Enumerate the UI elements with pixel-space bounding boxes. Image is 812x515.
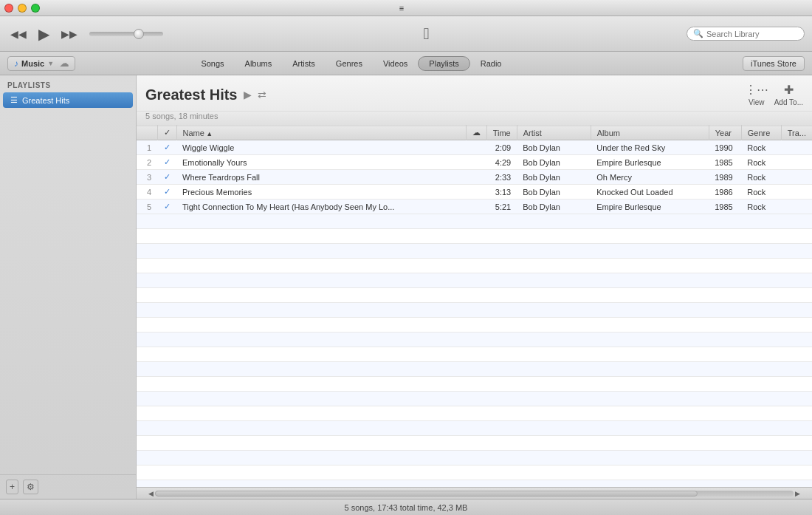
- playlist-header: Greatest Hits ▶ ⇄ ⋮⋯ View ✚ Add To...: [137, 75, 812, 112]
- table-row[interactable]: 1 ✓ Wiggle Wiggle 2:09 Bob Dylan Under t…: [137, 140, 812, 155]
- table-row[interactable]: 5 ✓ Tight Connection To My Heart (Has An…: [137, 199, 812, 214]
- progress-thumb[interactable]: [134, 29, 144, 39]
- playlist-shuffle-button[interactable]: ⇄: [258, 89, 266, 100]
- tab-albums[interactable]: Albums: [235, 57, 283, 70]
- scroll-left-button[interactable]: ◀: [147, 490, 155, 497]
- td-album: Oh Mercy: [591, 170, 709, 185]
- play-button[interactable]: ▶: [35, 24, 52, 44]
- empty-row: [137, 421, 812, 436]
- empty-row: [137, 288, 812, 303]
- playlist-title: Greatest Hits: [145, 86, 238, 103]
- td-cloud: [466, 199, 486, 214]
- td-time: 5:21: [486, 199, 517, 214]
- th-track[interactable]: Tra...: [781, 126, 812, 140]
- empty-row: [137, 451, 812, 465]
- tab-radio[interactable]: Radio: [470, 57, 512, 70]
- cloud-icon: ☁: [60, 58, 69, 69]
- maximize-button[interactable]: [31, 4, 40, 13]
- track-table[interactable]: ✓ Name ☁ Time Artist Album Year Genre Tr…: [137, 125, 812, 487]
- td-num: 2: [137, 155, 157, 170]
- empty-row: [137, 259, 812, 273]
- td-track: [781, 199, 812, 214]
- title-menu: ≡: [399, 4, 404, 13]
- transport-bar: ◀◀ ▶ ▶▶  🔍: [0, 16, 812, 52]
- minimize-button[interactable]: [18, 4, 27, 13]
- empty-row: [137, 392, 812, 406]
- th-cloud[interactable]: ☁: [466, 126, 486, 140]
- add-to-button[interactable]: ✚ Add To...: [774, 83, 803, 106]
- th-year[interactable]: Year: [709, 126, 741, 140]
- view-button[interactable]: ⋮⋯ View: [745, 83, 768, 106]
- th-num[interactable]: [137, 126, 157, 140]
- empty-row: [137, 406, 812, 421]
- empty-row: [137, 244, 812, 259]
- th-check[interactable]: ✓: [157, 126, 176, 140]
- scroll-right-button[interactable]: ▶: [794, 490, 802, 497]
- empty-row: [137, 436, 812, 451]
- th-name[interactable]: Name: [176, 126, 466, 140]
- th-time[interactable]: Time: [486, 126, 517, 140]
- scroll-track[interactable]: [155, 491, 794, 497]
- scroll-thumb[interactable]: [155, 491, 698, 497]
- td-check: ✓: [157, 199, 176, 214]
- sidebar-section-header: PLAYLISTS: [0, 75, 136, 92]
- progress-track[interactable]: [89, 32, 163, 36]
- td-album: Empire Burlesque: [591, 199, 709, 214]
- sidebar-item-label: Greatest Hits: [22, 96, 69, 105]
- empty-row: [137, 303, 812, 318]
- td-artist: Bob Dylan: [517, 155, 591, 170]
- td-num: 1: [137, 140, 157, 155]
- menu-icon[interactable]: ≡: [399, 4, 404, 13]
- close-button[interactable]: [4, 4, 13, 13]
- td-num: 4: [137, 185, 157, 199]
- td-num: 3: [137, 170, 157, 185]
- tab-songs[interactable]: Songs: [190, 57, 234, 70]
- sidebar-item-greatest-hits[interactable]: ☰ Greatest Hits: [3, 92, 133, 108]
- table-row[interactable]: 4 ✓ Precious Memories 3:13 Bob Dylan Kno…: [137, 185, 812, 199]
- search-input[interactable]: [706, 30, 795, 38]
- window-controls: [4, 4, 40, 13]
- td-track: [781, 185, 812, 199]
- table-row[interactable]: 2 ✓ Emotionally Yours 4:29 Bob Dylan Emp…: [137, 155, 812, 170]
- title-bar: ≡: [0, 0, 812, 16]
- td-check: ✓: [157, 185, 176, 199]
- sidebar-footer: + ⚙: [0, 474, 136, 499]
- source-selector[interactable]: ♪ Music ▼ ☁: [7, 56, 75, 71]
- th-genre[interactable]: Genre: [741, 126, 781, 140]
- tab-videos[interactable]: Videos: [373, 57, 418, 70]
- empty-row: [137, 480, 812, 488]
- prev-button[interactable]: ◀◀: [7, 27, 30, 41]
- td-year: 1990: [709, 140, 741, 155]
- playlist-play-button[interactable]: ▶: [244, 89, 252, 100]
- nav-tabs: Songs Albums Artists Genres Videos Playl…: [190, 56, 512, 71]
- playlist-title-area: Greatest Hits ▶ ⇄: [145, 86, 266, 103]
- empty-row: [137, 229, 812, 244]
- table-row[interactable]: 3 ✓ Where Teardrops Fall 2:33 Bob Dylan …: [137, 170, 812, 185]
- th-album[interactable]: Album: [591, 126, 709, 140]
- playlist-icon: ☰: [10, 95, 18, 105]
- search-bar[interactable]: 🔍: [687, 27, 805, 41]
- td-artist: Bob Dylan: [517, 199, 591, 214]
- td-album: Under the Red Sky: [591, 140, 709, 155]
- next-button[interactable]: ▶▶: [58, 27, 80, 41]
- add-playlist-button[interactable]: +: [6, 480, 18, 494]
- view-icon: ⋮⋯: [745, 83, 768, 97]
- tab-genres[interactable]: Genres: [326, 57, 373, 70]
- itunes-store-button[interactable]: iTunes Store: [743, 56, 805, 71]
- td-name: Emotionally Yours: [176, 155, 466, 170]
- main-area: PLAYLISTS ☰ Greatest Hits + ⚙ Greatest H…: [0, 75, 812, 499]
- td-cloud: [466, 155, 486, 170]
- tab-artists[interactable]: Artists: [282, 57, 326, 70]
- empty-row: [137, 214, 812, 229]
- td-time: 2:33: [486, 170, 517, 185]
- settings-button[interactable]: ⚙: [23, 480, 38, 494]
- td-check: ✓: [157, 140, 176, 155]
- apple-logo: : [172, 24, 681, 44]
- td-time: 4:29: [486, 155, 517, 170]
- sidebar: PLAYLISTS ☰ Greatest Hits + ⚙: [0, 75, 137, 499]
- scrollbar-area: ◀ ▶: [137, 487, 812, 499]
- td-year: 1989: [709, 170, 741, 185]
- th-artist[interactable]: Artist: [517, 126, 591, 140]
- empty-row: [137, 362, 812, 377]
- tab-playlists[interactable]: Playlists: [418, 56, 469, 71]
